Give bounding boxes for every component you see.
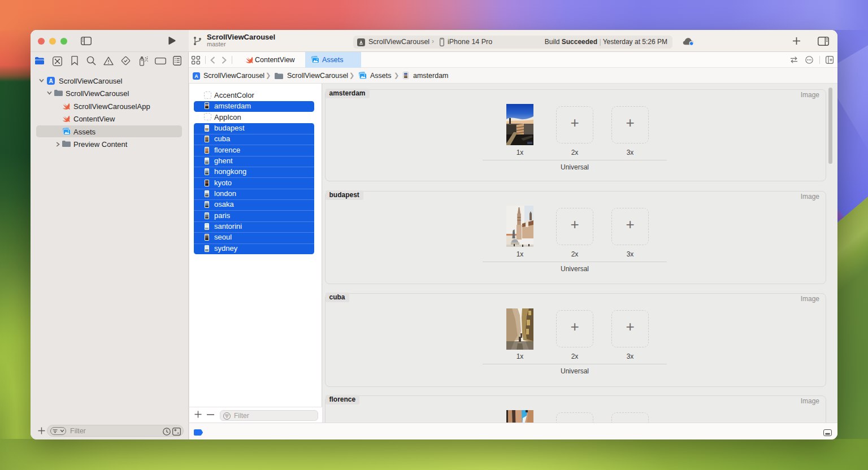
svg-text:A: A [49, 78, 53, 84]
svg-text:A: A [194, 73, 198, 79]
